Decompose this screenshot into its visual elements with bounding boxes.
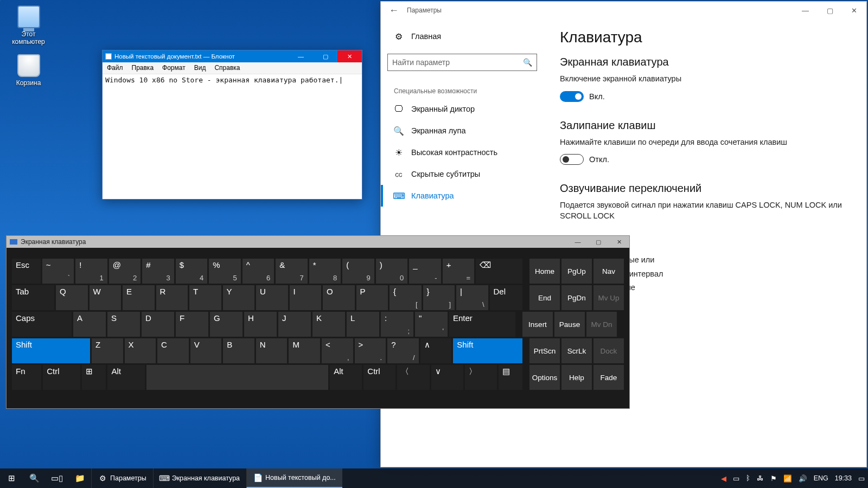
osk-key[interactable] — [146, 365, 328, 390]
notepad-titlebar[interactable]: Новый текстовый документ.txt — Блокнот —… — [103, 50, 362, 62]
osk-nav-key[interactable]: PgDn — [561, 285, 592, 310]
osk-key[interactable]: Alt — [330, 365, 362, 390]
osk-key[interactable]: U — [256, 285, 288, 310]
osk-nav-key[interactable]: PgUp — [561, 259, 592, 284]
osk-nav-key[interactable]: PrtScn — [529, 338, 560, 363]
osk-key[interactable]: _- — [409, 259, 441, 284]
osk-key[interactable]: <, — [322, 338, 353, 363]
minimize-button[interactable]: — — [567, 236, 588, 248]
osk-key[interactable]: E — [123, 285, 155, 310]
start-button[interactable]: ⊞ — [0, 468, 23, 488]
osk-key[interactable]: %5 — [209, 259, 241, 284]
osk-key[interactable]: I — [290, 285, 322, 310]
tray-volume-icon[interactable]: 🔊 — [799, 474, 807, 483]
osk-key[interactable]: !1 — [75, 259, 107, 284]
osk-key[interactable]: W — [90, 285, 122, 310]
menu-edit[interactable]: Правка — [127, 62, 158, 74]
osk-nav-key[interactable]: Mv Up — [593, 285, 624, 310]
file-explorer-button[interactable]: 📁 — [68, 468, 91, 488]
task-view-button[interactable]: ▭▯ — [46, 468, 68, 488]
osk-key[interactable]: ~` — [42, 259, 74, 284]
osk-key[interactable]: Del — [490, 285, 522, 310]
osk-key[interactable]: M — [289, 338, 320, 363]
osk-key[interactable]: >. — [355, 338, 386, 363]
osk-key[interactable]: &7 — [276, 259, 308, 284]
taskbar-task-osk[interactable]: ⌨ Экранная клавиатура — [153, 468, 246, 488]
osk-key[interactable]: ?/ — [387, 338, 419, 363]
osk-key[interactable]: $4 — [176, 259, 208, 284]
nav-closed-captions[interactable]: ㏄ Скрытые субтитры — [381, 163, 544, 185]
settings-titlebar[interactable]: ← Параметры — ▢ ✕ — [381, 2, 866, 19]
tray-up-icon[interactable]: ◀ — [721, 474, 726, 483]
osk-key[interactable]: T — [189, 285, 221, 310]
osk-key[interactable]: (9 — [342, 259, 374, 284]
osk-key[interactable]: }] — [423, 285, 455, 310]
osk-key[interactable]: += — [443, 259, 475, 284]
osk-toggle[interactable]: Вкл. — [560, 91, 605, 102]
osk-key[interactable]: P — [356, 285, 388, 310]
menu-file[interactable]: Файл — [103, 62, 127, 74]
osk-key[interactable]: ⌫ — [476, 259, 522, 284]
osk-key[interactable]: Ctrl — [43, 365, 80, 390]
nav-high-contrast[interactable]: ☀ Высокая контрастность — [381, 142, 544, 163]
close-button[interactable]: ✕ — [609, 236, 629, 248]
maximize-button[interactable]: ▢ — [313, 50, 337, 62]
osk-key[interactable]: A — [73, 312, 106, 337]
back-button[interactable]: ← — [381, 5, 407, 16]
osk-key[interactable]: R — [156, 285, 188, 310]
osk-nav-key[interactable]: ScrLk — [561, 338, 592, 363]
osk-key[interactable]: Alt — [107, 365, 145, 390]
osk-titlebar[interactable]: Экранная клавиатура — ▢ ✕ — [7, 236, 629, 248]
osk-key[interactable]: ▤ — [499, 365, 522, 390]
osk-key[interactable]: Shift — [453, 338, 522, 363]
osk-nav-key[interactable]: Pause — [554, 312, 585, 337]
osk-nav-key[interactable]: Home — [529, 259, 560, 284]
tray-action-center-icon[interactable]: ▭ — [733, 474, 739, 483]
osk-key[interactable]: #3 — [142, 259, 174, 284]
tray-language[interactable]: ENG — [814, 474, 828, 482]
tray-security-icon[interactable]: ⚑ — [770, 474, 777, 483]
osk-key[interactable]: Z — [92, 338, 123, 363]
osk-key[interactable]: O — [323, 285, 355, 310]
menu-format[interactable]: Формат — [158, 62, 190, 74]
osk-key[interactable]: Enter — [449, 312, 515, 337]
notepad-text-area[interactable]: Windows 10 x86 no Store - экранная клави… — [103, 74, 362, 86]
osk-key[interactable]: Q — [56, 285, 88, 310]
minimize-button[interactable]: — — [289, 50, 313, 62]
osk-key[interactable]: Esc — [12, 259, 41, 284]
osk-nav-key[interactable]: End — [529, 285, 560, 310]
osk-nav-key[interactable]: Fade — [593, 365, 624, 390]
osk-key[interactable]: 〉 — [465, 365, 497, 390]
osk-key[interactable]: *8 — [309, 259, 341, 284]
tray-clock[interactable]: 19:33 — [835, 474, 852, 482]
menu-help[interactable]: Справка — [210, 62, 244, 74]
osk-key[interactable]: ∧ — [420, 338, 452, 363]
close-button[interactable]: ✕ — [842, 2, 866, 19]
osk-key[interactable]: F — [176, 312, 208, 337]
osk-nav-key[interactable]: Help — [561, 365, 592, 390]
osk-key[interactable]: Fn — [12, 365, 41, 390]
osk-key[interactable]: J — [278, 312, 311, 337]
tray-network-icon[interactable]: 🖧 — [757, 474, 764, 482]
osk-key[interactable]: X — [125, 338, 156, 363]
menu-view[interactable]: Вид — [190, 62, 210, 74]
tray-notifications-icon[interactable]: ▭ — [858, 474, 865, 483]
maximize-button[interactable]: ▢ — [588, 236, 609, 248]
osk-key[interactable]: N — [256, 338, 288, 363]
osk-key[interactable]: {[ — [390, 285, 422, 310]
maximize-button[interactable]: ▢ — [818, 2, 842, 19]
osk-key[interactable]: |\ — [456, 285, 488, 310]
desktop-icon-this-pc[interactable]: Этот компьютер — [8, 5, 49, 46]
nav-magnifier[interactable]: 🔍 Экранная лупа — [381, 120, 544, 142]
taskbar-task-notepad[interactable]: 📄 Новый текстовый до... — [246, 468, 342, 488]
osk-key[interactable]: "' — [415, 312, 448, 337]
osk-key[interactable]: Y — [223, 285, 255, 310]
osk-key[interactable]: Ctrl — [363, 365, 395, 390]
osk-key[interactable]: 〈 — [397, 365, 429, 390]
nav-keyboard[interactable]: ⌨ Клавиатура — [381, 185, 544, 207]
taskbar-task-settings[interactable]: ⚙ Параметры — [91, 468, 153, 488]
osk-key[interactable]: :; — [381, 312, 413, 337]
osk-key[interactable]: ∨ — [431, 365, 463, 390]
osk-key[interactable]: B — [223, 338, 254, 363]
minimize-button[interactable]: — — [793, 2, 818, 19]
